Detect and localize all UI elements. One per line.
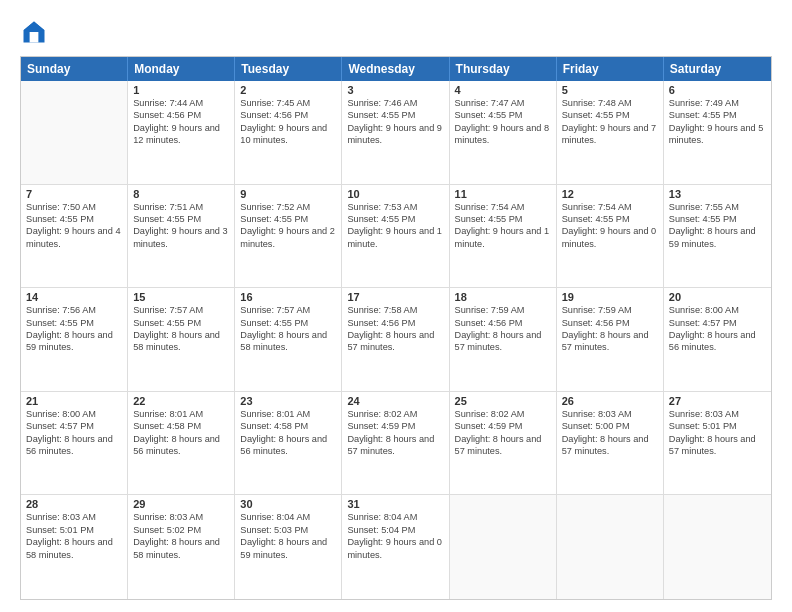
page: SundayMondayTuesdayWednesdayThursdayFrid…	[0, 0, 792, 612]
calendar-cell: 5Sunrise: 7:48 AMSunset: 4:55 PMDaylight…	[557, 81, 664, 184]
calendar-cell: 30Sunrise: 8:04 AMSunset: 5:03 PMDayligh…	[235, 495, 342, 599]
weekday-header: Tuesday	[235, 57, 342, 81]
cell-info: Sunrise: 7:46 AMSunset: 4:55 PMDaylight:…	[347, 97, 443, 147]
calendar-body: 1Sunrise: 7:44 AMSunset: 4:56 PMDaylight…	[21, 81, 771, 599]
cell-info: Sunrise: 7:52 AMSunset: 4:55 PMDaylight:…	[240, 201, 336, 251]
calendar-cell: 3Sunrise: 7:46 AMSunset: 4:55 PMDaylight…	[342, 81, 449, 184]
cell-info: Sunrise: 8:03 AMSunset: 5:01 PMDaylight:…	[669, 408, 766, 458]
cell-info: Sunrise: 7:59 AMSunset: 4:56 PMDaylight:…	[562, 304, 658, 354]
cell-info: Sunrise: 7:57 AMSunset: 4:55 PMDaylight:…	[133, 304, 229, 354]
calendar-cell	[664, 495, 771, 599]
calendar-cell: 24Sunrise: 8:02 AMSunset: 4:59 PMDayligh…	[342, 392, 449, 495]
day-number: 30	[240, 498, 336, 510]
cell-info: Sunrise: 7:59 AMSunset: 4:56 PMDaylight:…	[455, 304, 551, 354]
cell-info: Sunrise: 7:48 AMSunset: 4:55 PMDaylight:…	[562, 97, 658, 147]
day-number: 3	[347, 84, 443, 96]
weekday-header: Wednesday	[342, 57, 449, 81]
calendar-cell: 8Sunrise: 7:51 AMSunset: 4:55 PMDaylight…	[128, 185, 235, 288]
calendar-cell: 16Sunrise: 7:57 AMSunset: 4:55 PMDayligh…	[235, 288, 342, 391]
calendar-cell: 17Sunrise: 7:58 AMSunset: 4:56 PMDayligh…	[342, 288, 449, 391]
calendar-cell: 2Sunrise: 7:45 AMSunset: 4:56 PMDaylight…	[235, 81, 342, 184]
calendar-cell: 19Sunrise: 7:59 AMSunset: 4:56 PMDayligh…	[557, 288, 664, 391]
cell-info: Sunrise: 8:02 AMSunset: 4:59 PMDaylight:…	[347, 408, 443, 458]
calendar-cell: 22Sunrise: 8:01 AMSunset: 4:58 PMDayligh…	[128, 392, 235, 495]
day-number: 27	[669, 395, 766, 407]
calendar-cell: 26Sunrise: 8:03 AMSunset: 5:00 PMDayligh…	[557, 392, 664, 495]
day-number: 21	[26, 395, 122, 407]
svg-rect-2	[30, 32, 39, 43]
day-number: 17	[347, 291, 443, 303]
cell-info: Sunrise: 7:51 AMSunset: 4:55 PMDaylight:…	[133, 201, 229, 251]
day-number: 18	[455, 291, 551, 303]
cell-info: Sunrise: 7:54 AMSunset: 4:55 PMDaylight:…	[455, 201, 551, 251]
calendar-cell: 23Sunrise: 8:01 AMSunset: 4:58 PMDayligh…	[235, 392, 342, 495]
cell-info: Sunrise: 7:54 AMSunset: 4:55 PMDaylight:…	[562, 201, 658, 251]
cell-info: Sunrise: 8:01 AMSunset: 4:58 PMDaylight:…	[133, 408, 229, 458]
calendar-cell: 27Sunrise: 8:03 AMSunset: 5:01 PMDayligh…	[664, 392, 771, 495]
day-number: 20	[669, 291, 766, 303]
day-number: 28	[26, 498, 122, 510]
calendar-week-row: 14Sunrise: 7:56 AMSunset: 4:55 PMDayligh…	[21, 288, 771, 392]
day-number: 24	[347, 395, 443, 407]
calendar-cell: 13Sunrise: 7:55 AMSunset: 4:55 PMDayligh…	[664, 185, 771, 288]
calendar-cell: 7Sunrise: 7:50 AMSunset: 4:55 PMDaylight…	[21, 185, 128, 288]
day-number: 4	[455, 84, 551, 96]
calendar-header: SundayMondayTuesdayWednesdayThursdayFrid…	[21, 57, 771, 81]
day-number: 13	[669, 188, 766, 200]
day-number: 19	[562, 291, 658, 303]
calendar-cell: 18Sunrise: 7:59 AMSunset: 4:56 PMDayligh…	[450, 288, 557, 391]
calendar-cell	[21, 81, 128, 184]
weekday-header: Saturday	[664, 57, 771, 81]
calendar-cell: 20Sunrise: 8:00 AMSunset: 4:57 PMDayligh…	[664, 288, 771, 391]
calendar-cell: 29Sunrise: 8:03 AMSunset: 5:02 PMDayligh…	[128, 495, 235, 599]
calendar-cell: 10Sunrise: 7:53 AMSunset: 4:55 PMDayligh…	[342, 185, 449, 288]
cell-info: Sunrise: 8:00 AMSunset: 4:57 PMDaylight:…	[669, 304, 766, 354]
cell-info: Sunrise: 8:03 AMSunset: 5:01 PMDaylight:…	[26, 511, 122, 561]
cell-info: Sunrise: 8:02 AMSunset: 4:59 PMDaylight:…	[455, 408, 551, 458]
calendar-cell: 11Sunrise: 7:54 AMSunset: 4:55 PMDayligh…	[450, 185, 557, 288]
cell-info: Sunrise: 8:03 AMSunset: 5:00 PMDaylight:…	[562, 408, 658, 458]
day-number: 31	[347, 498, 443, 510]
calendar-cell: 21Sunrise: 8:00 AMSunset: 4:57 PMDayligh…	[21, 392, 128, 495]
calendar-week-row: 7Sunrise: 7:50 AMSunset: 4:55 PMDaylight…	[21, 185, 771, 289]
calendar-week-row: 21Sunrise: 8:00 AMSunset: 4:57 PMDayligh…	[21, 392, 771, 496]
day-number: 29	[133, 498, 229, 510]
day-number: 2	[240, 84, 336, 96]
cell-info: Sunrise: 7:55 AMSunset: 4:55 PMDaylight:…	[669, 201, 766, 251]
cell-info: Sunrise: 7:53 AMSunset: 4:55 PMDaylight:…	[347, 201, 443, 251]
day-number: 5	[562, 84, 658, 96]
calendar-cell: 4Sunrise: 7:47 AMSunset: 4:55 PMDaylight…	[450, 81, 557, 184]
day-number: 23	[240, 395, 336, 407]
cell-info: Sunrise: 7:49 AMSunset: 4:55 PMDaylight:…	[669, 97, 766, 147]
logo	[20, 18, 52, 46]
day-number: 7	[26, 188, 122, 200]
weekday-header: Friday	[557, 57, 664, 81]
calendar-cell: 9Sunrise: 7:52 AMSunset: 4:55 PMDaylight…	[235, 185, 342, 288]
logo-icon	[20, 18, 48, 46]
day-number: 22	[133, 395, 229, 407]
day-number: 11	[455, 188, 551, 200]
calendar-week-row: 1Sunrise: 7:44 AMSunset: 4:56 PMDaylight…	[21, 81, 771, 185]
calendar-cell: 28Sunrise: 8:03 AMSunset: 5:01 PMDayligh…	[21, 495, 128, 599]
cell-info: Sunrise: 7:56 AMSunset: 4:55 PMDaylight:…	[26, 304, 122, 354]
cell-info: Sunrise: 8:01 AMSunset: 4:58 PMDaylight:…	[240, 408, 336, 458]
cell-info: Sunrise: 8:04 AMSunset: 5:04 PMDaylight:…	[347, 511, 443, 561]
day-number: 14	[26, 291, 122, 303]
day-number: 10	[347, 188, 443, 200]
calendar-cell: 6Sunrise: 7:49 AMSunset: 4:55 PMDaylight…	[664, 81, 771, 184]
weekday-header: Thursday	[450, 57, 557, 81]
cell-info: Sunrise: 7:57 AMSunset: 4:55 PMDaylight:…	[240, 304, 336, 354]
calendar-cell: 1Sunrise: 7:44 AMSunset: 4:56 PMDaylight…	[128, 81, 235, 184]
calendar: SundayMondayTuesdayWednesdayThursdayFrid…	[20, 56, 772, 600]
day-number: 6	[669, 84, 766, 96]
cell-info: Sunrise: 7:58 AMSunset: 4:56 PMDaylight:…	[347, 304, 443, 354]
weekday-header: Sunday	[21, 57, 128, 81]
day-number: 8	[133, 188, 229, 200]
header	[20, 18, 772, 46]
calendar-cell: 12Sunrise: 7:54 AMSunset: 4:55 PMDayligh…	[557, 185, 664, 288]
day-number: 16	[240, 291, 336, 303]
calendar-week-row: 28Sunrise: 8:03 AMSunset: 5:01 PMDayligh…	[21, 495, 771, 599]
day-number: 26	[562, 395, 658, 407]
calendar-cell	[450, 495, 557, 599]
cell-info: Sunrise: 8:04 AMSunset: 5:03 PMDaylight:…	[240, 511, 336, 561]
